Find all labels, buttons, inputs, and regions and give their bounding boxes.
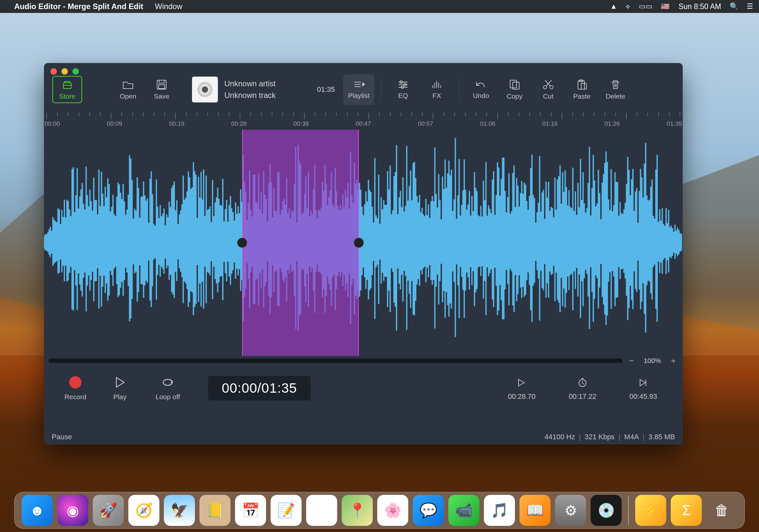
window-zoom-button[interactable] — [72, 68, 79, 75]
dock-app2[interactable]: Σ — [671, 495, 702, 526]
input-flag-icon[interactable]: 🇺🇸 — [661, 2, 669, 11]
transport-bar: Record Play Loop off 00:00/01:35 00:28.7… — [44, 365, 683, 411]
dock-notes[interactable]: 📝 — [270, 495, 301, 526]
eq-button[interactable]: EQ — [387, 74, 419, 105]
ruler-label: 00:09 — [107, 120, 122, 127]
zoom-out-button[interactable]: − — [626, 356, 636, 365]
menubar-window[interactable]: Window — [155, 2, 182, 11]
paste-button[interactable]: Paste — [566, 74, 597, 105]
open-button[interactable]: Open — [112, 74, 143, 105]
dock-trash[interactable]: 🗑 — [706, 495, 737, 526]
record-button[interactable]: Record — [58, 376, 93, 401]
delete-button[interactable]: Delete — [600, 74, 631, 105]
bitrate: 321 Kbps — [584, 433, 615, 441]
dock-mail[interactable]: 🦅 — [164, 495, 195, 526]
window-minimize-button[interactable] — [61, 68, 68, 75]
marker-start-icon — [517, 376, 526, 389]
ruler-label: 01:06 — [480, 120, 496, 127]
undo-button[interactable]: Undo — [465, 74, 497, 105]
airplay-icon[interactable]: ▲ — [610, 2, 618, 11]
audio-editor-window: Store Open Save Unknown artist Unknown t… — [44, 63, 683, 444]
dock-ibooks[interactable]: 📖 — [519, 495, 550, 526]
paste-label: Paste — [573, 93, 591, 100]
playback-state: Pause — [52, 433, 72, 441]
macos-menubar: Audio Editor - Merge Split And Edit Wind… — [0, 0, 759, 13]
loop-label: Loop off — [155, 393, 180, 401]
track-duration: 01:35 — [317, 85, 341, 94]
dock-separator — [628, 496, 629, 525]
delete-label: Delete — [606, 93, 625, 100]
track-title: Unknown track — [224, 90, 276, 101]
fx-button[interactable]: FX — [421, 74, 452, 105]
svg-point-12 — [543, 86, 547, 89]
ruler-label: 00:57 — [418, 120, 433, 127]
ruler-label: 00:47 — [356, 120, 371, 127]
marker-start-value: 00:28.70 — [508, 392, 536, 401]
marker-length-value: 00:17.22 — [569, 392, 596, 401]
dock-messages[interactable]: 💬 — [413, 495, 444, 526]
dock-photos[interactable]: 🌸 — [377, 495, 408, 526]
dock-siri[interactable]: ◉ — [57, 495, 88, 526]
selection-start-readout: 00:28.70 — [496, 376, 547, 401]
status-bar: Pause 44100 Hz| 321 Kbps| M4A| 3.85 MB — [44, 429, 683, 444]
dock-contacts[interactable]: 📒 — [199, 495, 230, 526]
ruler-label: 01:26 — [605, 120, 620, 127]
dock-finder[interactable]: ☻ — [22, 495, 53, 526]
dock-preferences[interactable]: ⚙︎ — [555, 495, 586, 526]
cut-button[interactable]: Cut — [533, 74, 564, 105]
menubar-clock[interactable]: Sun 8:50 AM — [679, 2, 721, 11]
dock-audio-editor[interactable]: 💿 — [591, 495, 621, 526]
displays-icon[interactable]: ▭▭ — [639, 2, 652, 11]
waveform-area[interactable] — [44, 130, 683, 356]
toolbar-divider — [459, 78, 459, 101]
notification-center-icon[interactable]: ☰ — [747, 2, 753, 11]
dock-reminders[interactable]: ☑︎ — [306, 495, 337, 526]
marker-end-icon — [639, 376, 648, 389]
dock-itunes[interactable]: 🎵 — [484, 495, 515, 526]
dock-app1[interactable]: ⚡ — [635, 495, 666, 526]
selection-length-readout: 00:17.22 — [557, 376, 608, 401]
filesize: 3.85 MB — [649, 433, 675, 441]
open-label: Open — [120, 93, 136, 100]
dock-launchpad[interactable]: 🚀 — [93, 495, 124, 526]
spotlight-icon[interactable]: 🔍 — [730, 2, 738, 11]
playlist-button[interactable]: Playlist — [343, 74, 374, 105]
save-button[interactable]: Save — [146, 74, 177, 105]
menubar-app-name[interactable]: Audio Editor - Merge Split And Edit — [14, 2, 143, 11]
play-button[interactable]: Play — [102, 376, 138, 401]
window-traffic-lights — [51, 68, 79, 75]
zoom-level: 100% — [640, 357, 664, 364]
ruler-label: 01:16 — [542, 120, 558, 127]
loop-button[interactable]: Loop off — [147, 376, 189, 401]
svg-point-13 — [550, 86, 553, 89]
time-display: 00:00/01:35 — [208, 376, 311, 400]
save-label: Save — [154, 93, 169, 100]
play-label: Play — [113, 393, 127, 401]
ruler-label: 00:19 — [169, 120, 184, 127]
eq-label: EQ — [398, 92, 408, 99]
store-label: Store — [59, 93, 75, 100]
selection-end-handle[interactable] — [354, 238, 364, 247]
selection-start-handle[interactable] — [237, 238, 247, 247]
record-icon — [69, 376, 81, 389]
dock-safari[interactable]: 🧭 — [128, 495, 159, 526]
track-artist: Unknown artist — [224, 78, 276, 90]
svg-rect-5 — [159, 80, 164, 83]
copy-button[interactable]: Copy — [499, 74, 530, 105]
toolbar: Store Open Save Unknown artist Unknown t… — [44, 69, 683, 110]
zoom-in-button[interactable]: + — [668, 356, 678, 365]
store-button[interactable]: Store — [52, 76, 82, 103]
selection-region[interactable] — [242, 130, 359, 356]
timeline-ruler[interactable]: 00:0000:0900:1900:2800:3800:4700:5701:06… — [44, 110, 683, 130]
dock-facetime[interactable]: 📹 — [448, 495, 479, 526]
record-label: Record — [64, 393, 86, 401]
dock-calendar[interactable]: 📅 — [235, 495, 266, 526]
ruler-label: 00:28 — [231, 120, 247, 127]
bluetooth-icon[interactable]: ⟡ — [625, 2, 630, 11]
window-close-button[interactable] — [51, 68, 57, 75]
svg-rect-10 — [510, 80, 517, 88]
sample-rate: 44100 Hz — [545, 433, 575, 441]
undo-label: Undo — [473, 92, 489, 99]
dock-maps[interactable]: 📍 — [342, 495, 373, 526]
horizontal-scrollbar[interactable] — [49, 359, 622, 363]
